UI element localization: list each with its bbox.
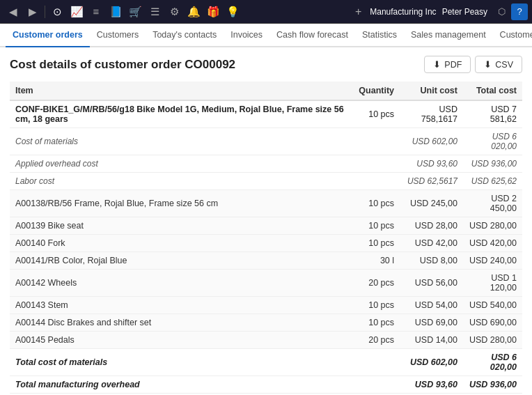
- cell-item: Total manufacturing overhead: [10, 376, 353, 394]
- cell-unit-cost: USD 56,00: [400, 270, 463, 297]
- table-body: CONF-BIKE1_G/M/RB/56/g18 Bike Model 1G, …: [10, 100, 522, 395]
- col-total-cost: Total cost: [463, 82, 522, 100]
- gift-icon[interactable]: 🎁: [204, 3, 222, 21]
- cell-total-cost: USD 280,00: [463, 332, 522, 349]
- nav-customer-returns[interactable]: Customer returns (RMAs): [493, 24, 532, 47]
- cell-quantity: [353, 155, 400, 173]
- cell-unit-cost: USD 28,00: [400, 217, 463, 235]
- cell-quantity: 10 pcs: [353, 190, 400, 217]
- cell-item: A00144 Disc Brakes and shifter set: [10, 314, 353, 332]
- table-row: Total manufacturing overhead USD 93,60 U…: [10, 376, 522, 394]
- cell-quantity: 20 pcs: [353, 270, 400, 297]
- company-name: Manufacturing Inc: [370, 7, 436, 17]
- cell-quantity: 10 pcs: [353, 235, 400, 252]
- table-row: A00138/RB/56 Frame, Rojal Blue, Frame si…: [10, 190, 522, 217]
- table-row: Cost of materials USD 602,00 USD 6 020,0…: [10, 128, 522, 155]
- cell-total-cost: USD 540,00: [463, 297, 522, 314]
- col-quantity: Quantity: [353, 82, 400, 100]
- cell-quantity: 10 pcs: [353, 217, 400, 235]
- cell-unit-cost: USD 62,5617: [400, 173, 463, 190]
- bell-icon[interactable]: 🔔: [185, 3, 203, 21]
- cell-item: A00141/RB Color, Rojal Blue: [10, 252, 353, 270]
- table-row: Labor cost USD 62,5617 USD 625,62: [10, 173, 522, 190]
- cell-unit-cost: USD 93,60: [400, 155, 463, 173]
- nav-bar: Customer orders Customers Today's contac…: [0, 24, 532, 47]
- table-row: A00142 Wheels 20 pcs USD 56,00 USD 1 120…: [10, 270, 522, 297]
- help-icon[interactable]: ?: [511, 3, 528, 20]
- nav-customers[interactable]: Customers: [90, 24, 146, 47]
- home-icon[interactable]: ⊙: [48, 3, 66, 21]
- cell-item: Labor cost: [10, 173, 353, 190]
- top-bar-right: + Manufacturing Inc Peter Peasy ⬡ ?: [355, 3, 528, 20]
- cell-quantity: [353, 349, 400, 376]
- cell-total-cost: USD 1 120,00: [463, 270, 522, 297]
- user-name: Peter Peasy: [442, 7, 487, 17]
- pdf-button[interactable]: ⬇ PDF: [424, 56, 471, 73]
- csv-button[interactable]: ⬇ CSV: [475, 56, 522, 73]
- page-title: Cost details of customer order CO00092: [10, 58, 235, 72]
- plus-button[interactable]: +: [355, 6, 361, 18]
- cell-unit-cost: USD 8,00: [400, 252, 463, 270]
- cell-quantity: 10 pcs: [353, 297, 400, 314]
- sep1: [45, 6, 45, 18]
- cell-quantity: [353, 376, 400, 394]
- nav-customer-orders[interactable]: Customer orders: [6, 24, 90, 47]
- cell-total-cost: USD 240,00: [463, 252, 522, 270]
- download-pdf-icon: ⬇: [433, 59, 441, 70]
- settings-icon[interactable]: ⚙: [165, 3, 183, 21]
- table-row: A00140 Fork 10 pcs USD 42,00 USD 420,00: [10, 235, 522, 252]
- cell-total-cost: USD 625,62: [463, 173, 522, 190]
- cost-table: Item Quantity Unit cost Total cost CONF-…: [10, 82, 522, 395]
- cell-total-cost: USD 280,00: [463, 217, 522, 235]
- cart-icon[interactable]: 🛒: [126, 3, 144, 21]
- nav-statistics[interactable]: Statistics: [355, 24, 404, 47]
- cell-quantity: [353, 173, 400, 190]
- cell-quantity: 30 l: [353, 252, 400, 270]
- top-bar-left: ◀ ▶ ⊙ 📈 ≡ 📘 🛒 ☰ ⚙ 🔔 🎁 💡: [4, 3, 355, 21]
- forward-icon[interactable]: ▶: [24, 3, 42, 21]
- nav-todays-contacts[interactable]: Today's contacts: [146, 24, 224, 47]
- cell-item: CONF-BIKE1_G/M/RB/56/g18 Bike Model 1G, …: [10, 100, 353, 128]
- cell-item: A00143 Stem: [10, 297, 353, 314]
- button-group: ⬇ PDF ⬇ CSV: [424, 56, 522, 73]
- cell-total-cost: USD 6 020,00: [463, 128, 522, 155]
- cell-item: A00139 Bike seat: [10, 217, 353, 235]
- bulb-icon[interactable]: 💡: [224, 3, 242, 21]
- pdf-label: PDF: [444, 60, 462, 70]
- cell-total-cost: USD 690,00: [463, 314, 522, 332]
- page: Cost details of customer order CO00092 ⬇…: [0, 47, 532, 395]
- cell-unit-cost: USD 245,00: [400, 190, 463, 217]
- chart-icon[interactable]: 📈: [68, 3, 86, 21]
- list-icon[interactable]: ≡: [87, 3, 105, 21]
- menu-icon[interactable]: ☰: [146, 3, 164, 21]
- cell-unit-cost: USD 14,00: [400, 332, 463, 349]
- col-unit-cost: Unit cost: [400, 82, 463, 100]
- back-icon[interactable]: ◀: [4, 3, 22, 21]
- table-wrap: Item Quantity Unit cost Total cost CONF-…: [10, 82, 522, 395]
- nav-sales-management[interactable]: Sales management: [404, 24, 493, 47]
- cell-unit-cost: USD 54,00: [400, 297, 463, 314]
- book-icon[interactable]: 📘: [107, 3, 125, 21]
- table-row: A00144 Disc Brakes and shifter set 10 pc…: [10, 314, 522, 332]
- cell-item: Total cost of materials: [10, 349, 353, 376]
- share-icon[interactable]: ⬡: [493, 3, 510, 20]
- cell-item: A00138/RB/56 Frame, Rojal Blue, Frame si…: [10, 190, 353, 217]
- nav-cash-flow[interactable]: Cash flow forecast: [269, 24, 355, 47]
- cell-total-cost: USD 2 450,00: [463, 190, 522, 217]
- table-row: A00143 Stem 10 pcs USD 54,00 USD 540,00: [10, 297, 522, 314]
- cell-total-cost: USD 936,00: [463, 155, 522, 173]
- col-item: Item: [10, 82, 353, 100]
- table-header: Item Quantity Unit cost Total cost: [10, 82, 522, 100]
- table-row: A00141/RB Color, Rojal Blue 30 l USD 8,0…: [10, 252, 522, 270]
- cell-item: A00140 Fork: [10, 235, 353, 252]
- cell-unit-cost: USD 42,00: [400, 235, 463, 252]
- cell-item: Cost of materials: [10, 128, 353, 155]
- cell-unit-cost: USD 602,00: [400, 349, 463, 376]
- cell-total-cost: USD 420,00: [463, 235, 522, 252]
- cell-item: A00142 Wheels: [10, 270, 353, 297]
- table-row: CONF-BIKE1_G/M/RB/56/g18 Bike Model 1G, …: [10, 100, 522, 128]
- table-row: Total cost of materials USD 602,00 USD 6…: [10, 349, 522, 376]
- table-row: Applied overhead cost USD 93,60 USD 936,…: [10, 155, 522, 173]
- right-icons: ⬡ ?: [493, 3, 528, 20]
- nav-invoices[interactable]: Invoices: [224, 24, 269, 47]
